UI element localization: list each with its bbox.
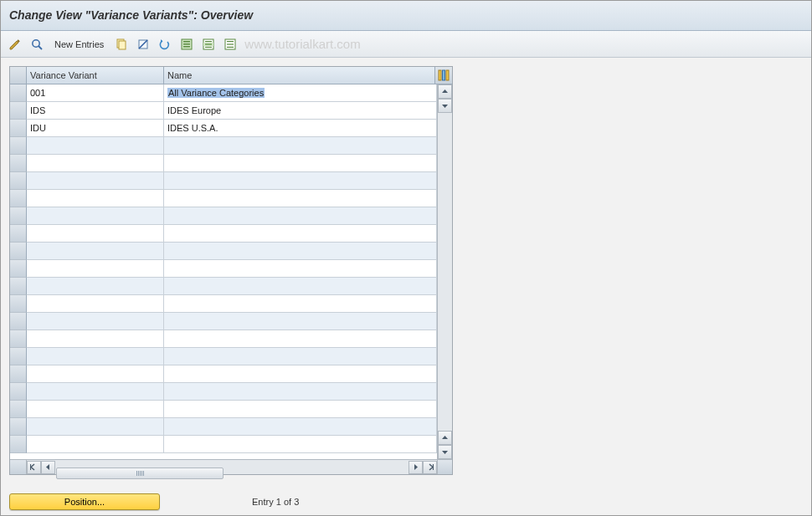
row-selector[interactable] [10,260,27,278]
svg-rect-13 [205,43,212,44]
cell-variance-variant[interactable] [27,418,164,436]
cell-variance-variant[interactable]: IDU [27,120,164,137]
cell-name[interactable] [164,295,437,313]
row-selector[interactable] [10,172,27,190]
scroll-up2-icon[interactable] [438,431,452,445]
cell-name[interactable] [164,365,437,383]
svg-line-1 [39,46,42,49]
cell-name[interactable] [164,207,437,225]
svg-rect-7 [183,41,190,43]
cell-name[interactable] [164,348,437,365]
svg-rect-3 [119,41,126,49]
cell-name[interactable] [164,330,437,348]
cell-variance-variant[interactable] [27,172,164,190]
select-all-icon[interactable] [177,35,196,54]
scroll-down-icon[interactable] [438,99,452,113]
copy-as-icon[interactable] [112,35,131,54]
cell-variance-variant[interactable] [27,155,164,172]
undo-change-icon[interactable] [156,35,174,54]
cell-variance-variant[interactable] [27,207,164,225]
table-row [10,260,437,278]
cell-variance-variant[interactable]: IDS [27,102,164,120]
row-selector[interactable] [10,348,27,365]
cell-variance-variant[interactable] [27,313,164,330]
row-selector[interactable] [10,84,27,102]
delete-icon[interactable] [134,35,152,54]
cell-variance-variant[interactable] [27,365,164,383]
position-button[interactable]: Position... [9,493,160,510]
cell-variance-variant[interactable] [27,243,164,260]
cell-name[interactable] [164,190,437,207]
cell-variance-variant[interactable] [27,137,164,155]
watermark-text: www.tutorialkart.com [244,37,360,51]
col-header-name[interactable]: Name [164,67,435,84]
row-selector[interactable] [10,155,27,172]
row-selector[interactable] [10,120,27,137]
cell-name[interactable] [164,225,437,243]
row-selector[interactable] [10,383,27,401]
row-selector[interactable] [10,313,27,330]
row-selector[interactable] [10,137,27,155]
col-header-variance-variant[interactable]: Variance Variant [27,67,164,84]
cell-name[interactable] [164,137,437,155]
row-selector[interactable] [10,330,27,348]
cell-variance-variant[interactable] [27,436,164,453]
scroll-last-icon[interactable] [423,461,437,474]
cell-variance-variant[interactable] [27,383,164,401]
table-row [10,190,437,207]
cell-name[interactable] [164,243,437,260]
cell-name[interactable]: All Variance Categories [164,84,437,102]
row-selector[interactable] [10,436,27,453]
select-block-icon[interactable] [199,35,218,54]
cell-name[interactable]: IDES U.S.A. [164,120,437,137]
cell-name[interactable] [164,260,437,278]
row-selector[interactable] [10,365,27,383]
cell-name[interactable] [164,278,437,295]
cell-name[interactable] [164,313,437,330]
cell-name[interactable] [164,418,437,436]
row-selector[interactable] [10,190,27,207]
grid-header: Variance Variant Name [10,67,452,84]
scroll-first-icon[interactable] [27,461,41,474]
row-selector[interactable] [10,418,27,436]
cell-variance-variant[interactable] [27,225,164,243]
row-selector[interactable] [10,207,27,225]
cell-name[interactable] [164,401,437,418]
row-selector[interactable] [10,278,27,295]
cell-name[interactable] [164,172,437,190]
cell-variance-variant[interactable] [27,348,164,365]
cell-variance-variant[interactable] [27,295,164,313]
table-row [10,295,437,313]
cell-name[interactable] [164,155,437,172]
cell-variance-variant[interactable] [27,278,164,295]
row-selector[interactable] [10,102,27,120]
new-entries-button[interactable]: New Entries [49,39,109,49]
row-selector[interactable] [10,243,27,260]
row-selector[interactable] [10,295,27,313]
vscroll-track[interactable] [438,113,452,431]
toggle-display-change-icon[interactable] [6,35,24,54]
row-selector[interactable] [10,225,27,243]
cell-variance-variant[interactable] [27,260,164,278]
cell-variance-variant[interactable] [27,401,164,418]
svg-rect-21 [446,70,449,80]
cell-variance-variant[interactable]: 001 [27,84,164,102]
cell-name[interactable] [164,383,437,401]
cell-name[interactable]: IDES Europe [164,102,437,120]
cell-name[interactable] [164,436,437,453]
horizontal-scrollbar[interactable] [10,459,452,474]
vertical-scrollbar[interactable] [437,84,452,459]
row-selector[interactable] [10,401,27,418]
configure-columns-icon[interactable] [435,67,452,84]
scroll-down2-icon[interactable] [438,445,452,459]
cell-variance-variant[interactable] [27,190,164,207]
deselect-all-icon[interactable] [221,35,239,54]
scroll-up-icon[interactable] [438,84,452,99]
hscroll-thumb[interactable] [56,467,224,479]
scroll-left-icon[interactable] [41,461,55,474]
details-icon[interactable] [28,35,46,54]
svg-rect-12 [205,41,212,42]
row-selector-header[interactable] [10,67,27,84]
scroll-right-icon[interactable] [409,461,423,474]
cell-variance-variant[interactable] [27,330,164,348]
